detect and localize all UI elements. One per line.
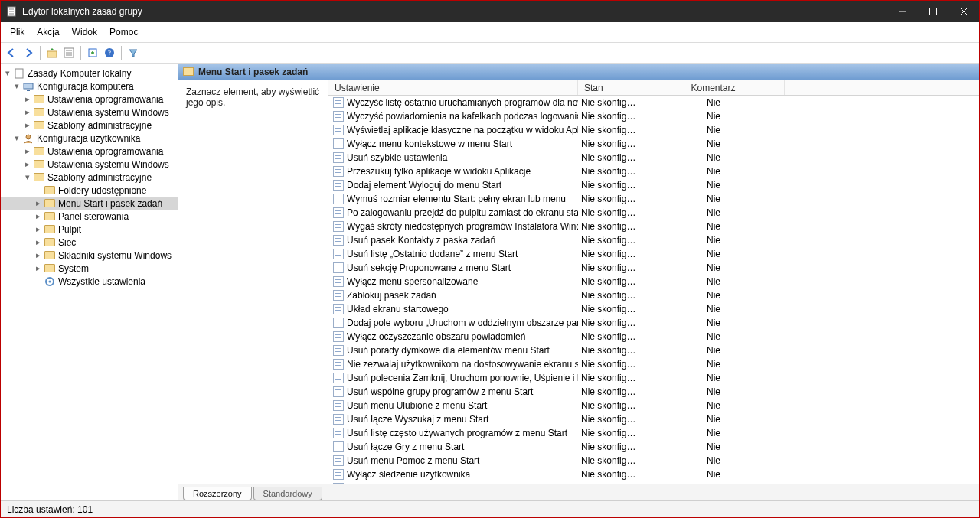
setting-row[interactable]: Usuń pasek Kontakty z paska zadańNie sko… <box>328 233 979 247</box>
setting-icon <box>333 345 344 356</box>
svg-point-21 <box>49 280 51 282</box>
maximize-button[interactable] <box>918 1 949 22</box>
tree-system[interactable]: ▸System <box>1 262 178 275</box>
setting-row[interactable]: Usuń szybkie ustawieniaNie skonfiguro...… <box>328 151 979 165</box>
tree-network[interactable]: ▸Sieć <box>1 236 178 249</box>
setting-row[interactable]: Usuń menu Pomoc z menu StartNie skonfigu… <box>328 454 979 468</box>
tree-computer-config[interactable]: ▾ Konfiguracja komputera <box>1 80 178 93</box>
setting-row[interactable]: Wyłącz śledzenie użytkownikaNie skonfigu… <box>328 468 979 481</box>
view-tabs: Rozszerzony Standardowy <box>178 484 979 500</box>
tree-root[interactable]: ▾ Zasady Komputer lokalny <box>1 67 178 80</box>
setting-name: Wyczyść listę ostatnio uruchamianych pro… <box>347 97 578 108</box>
chevron-right-icon[interactable]: ▸ <box>22 160 33 168</box>
extended-view: Zaznacz element, aby wyświetlić jego opi… <box>178 80 979 484</box>
setting-row[interactable]: Wyłącz menu spersonalizowaneNie skonfigu… <box>328 275 979 288</box>
setting-row[interactable]: Usuń porady dymkowe dla elementów menu S… <box>328 344 979 357</box>
category-title: Menu Start i pasek zadań <box>198 67 308 77</box>
tree-user-windows[interactable]: ▸Ustawienia systemu Windows <box>1 158 178 171</box>
up-button[interactable] <box>44 45 60 60</box>
setting-row[interactable]: Wyłącz menu kontekstowe w menu StartNie … <box>328 137 979 151</box>
setting-icon <box>333 331 344 342</box>
setting-status: Nie skonfiguro... <box>578 400 642 411</box>
properties-button[interactable] <box>61 45 77 60</box>
setting-row[interactable]: Usuń łącze Wyszukaj z menu StartNie skon… <box>328 412 979 426</box>
setting-row[interactable]: Wygaś skróty niedostępnych programów Ins… <box>328 220 979 233</box>
chevron-right-icon[interactable]: ▸ <box>33 212 44 220</box>
chevron-right-icon[interactable]: ▸ <box>22 147 33 155</box>
chevron-right-icon[interactable]: ▸ <box>33 238 44 246</box>
menu-file[interactable]: Plik <box>5 25 29 39</box>
tree-all-settings[interactable]: Wszystkie ustawienia <box>1 275 178 288</box>
forward-button[interactable] <box>21 45 36 60</box>
folder-icon <box>33 171 45 184</box>
close-button[interactable] <box>949 1 979 22</box>
setting-row[interactable]: Wyświetlaj aplikacje klasyczne na począt… <box>328 123 979 137</box>
column-status[interactable]: Stan <box>578 80 642 95</box>
tree-label: Szablony administracyjne <box>47 172 152 183</box>
setting-row[interactable]: Dodaj pole wyboru „Uruchom w oddzielnym … <box>328 316 979 330</box>
setting-status: Nie skonfiguro... <box>578 455 642 466</box>
setting-row[interactable]: Usuń sekcję Proponowane z menu StartNie … <box>328 261 979 275</box>
filter-button[interactable] <box>126 45 141 60</box>
titlebar: Edytor lokalnych zasad grupy <box>1 1 979 22</box>
tree-label: Foldery udostępnione <box>58 185 146 196</box>
setting-row[interactable]: Po zalogowaniu przejdź do pulpitu zamias… <box>328 206 979 220</box>
setting-row[interactable]: Nie zezwalaj użytkownikom na dostosowywa… <box>328 357 979 371</box>
setting-row[interactable]: Usuń wspólne grupy programów z menu Star… <box>328 385 979 399</box>
tab-standard[interactable]: Standardowy <box>253 487 322 500</box>
chevron-down-icon[interactable]: ▾ <box>11 82 22 90</box>
column-setting[interactable]: Ustawienie <box>328 80 578 95</box>
chevron-right-icon[interactable]: ▸ <box>22 108 33 116</box>
chevron-down-icon[interactable]: ▾ <box>11 134 22 142</box>
setting-status: Nie skonfiguro... <box>578 221 642 232</box>
back-button[interactable] <box>4 45 19 60</box>
tree-user-templates[interactable]: ▾Szablony administracyjne <box>1 171 178 184</box>
column-headers: Ustawienie Stan Komentarz <box>328 80 979 96</box>
tree-comp-windows[interactable]: ▸Ustawienia systemu Windows <box>1 106 178 119</box>
setting-name: Usuń łącze Wyszukaj z menu Start <box>347 414 488 425</box>
tree-pane[interactable]: ▾ Zasady Komputer lokalny ▾ Konfiguracja… <box>1 64 178 500</box>
setting-row[interactable]: Wymuś rozmiar elementu Start: pełny ekra… <box>328 192 979 206</box>
chevron-down-icon[interactable]: ▾ <box>22 173 33 181</box>
setting-row[interactable]: Usuń menu Ulubione z menu StartNie skonf… <box>328 399 979 412</box>
setting-row[interactable]: Przeszukuj tylko aplikacje w widoku Apli… <box>328 165 979 178</box>
help-button[interactable]: ? <box>102 45 117 60</box>
tree-start-menu[interactable]: ▸Menu Start i pasek zadań <box>1 197 178 210</box>
setting-row[interactable]: Dodaj element Wyloguj do menu StartNie s… <box>328 178 979 192</box>
minimize-button[interactable] <box>887 1 918 22</box>
setting-comment: Nie <box>642 276 785 287</box>
chevron-right-icon[interactable]: ▸ <box>33 225 44 233</box>
tree-control-panel[interactable]: ▸Panel sterowania <box>1 210 178 223</box>
tree-shared-folders[interactable]: Foldery udostępnione <box>1 184 178 197</box>
chevron-right-icon[interactable]: ▸ <box>33 199 44 207</box>
chevron-down-icon[interactable]: ▾ <box>2 69 13 77</box>
chevron-right-icon[interactable]: ▸ <box>22 121 33 129</box>
tree-user-software[interactable]: ▸Ustawienia oprogramowania <box>1 145 178 158</box>
export-button[interactable] <box>85 45 100 60</box>
toolbar-separator <box>80 46 81 60</box>
setting-row[interactable]: Usuń listę „Ostatnio dodane” z menu Star… <box>328 247 979 261</box>
chevron-right-icon[interactable]: ▸ <box>33 251 44 259</box>
setting-comment: Nie <box>642 318 785 328</box>
setting-row[interactable]: Wyczyść listę ostatnio uruchamianych pro… <box>328 96 979 109</box>
setting-row[interactable]: Zablokuj pasek zadańNie skonfiguro...Nie <box>328 288 979 302</box>
tab-extended[interactable]: Rozszerzony <box>183 487 252 500</box>
settings-list[interactable]: Wyczyść listę ostatnio uruchamianych pro… <box>328 96 979 484</box>
setting-row[interactable]: Wyczyść powiadomienia na kafelkach podcz… <box>328 109 979 123</box>
tree-desktop[interactable]: ▸Pulpit <box>1 223 178 236</box>
setting-row[interactable]: Wyłącz oczyszczanie obszaru powiadomieńN… <box>328 330 979 344</box>
tree-comp-software[interactable]: ▸Ustawienia oprogramowania <box>1 93 178 106</box>
tree-comp-templates[interactable]: ▸Szablony administracyjne <box>1 119 178 132</box>
setting-row[interactable]: Usuń łącze Gry z menu StartNie skonfigur… <box>328 440 979 454</box>
column-comment[interactable]: Komentarz <box>642 80 785 95</box>
menu-view[interactable]: Widok <box>67 25 102 39</box>
setting-row[interactable]: Usuń polecenia Zamknij, Uruchom ponownie… <box>328 371 979 385</box>
chevron-right-icon[interactable]: ▸ <box>33 264 44 272</box>
menu-action[interactable]: Akcja <box>32 25 64 39</box>
tree-user-config[interactable]: ▾ Konfiguracja użytkownika <box>1 132 178 145</box>
chevron-right-icon[interactable]: ▸ <box>22 95 33 103</box>
tree-windows-components[interactable]: ▸Składniki systemu Windows <box>1 249 178 262</box>
setting-row[interactable]: Układ ekranu startowegoNie skonfiguro...… <box>328 302 979 316</box>
setting-row[interactable]: Usuń listę często używanych programów z … <box>328 426 979 440</box>
menu-help[interactable]: Pomoc <box>105 25 142 39</box>
